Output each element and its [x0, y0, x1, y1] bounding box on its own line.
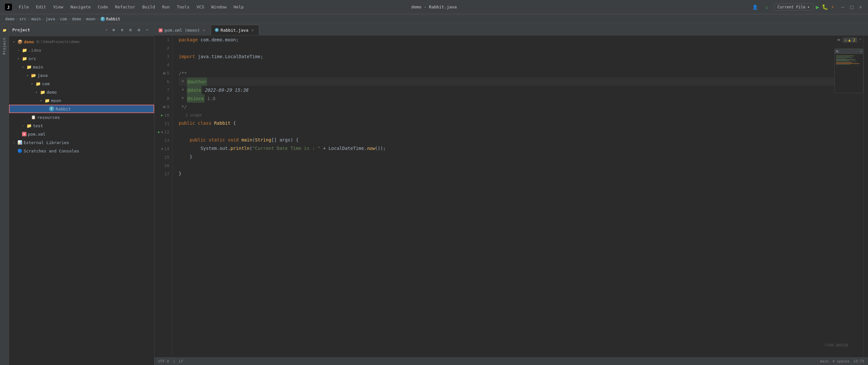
fold-icon-5[interactable]: ⊟: [163, 69, 165, 77]
status-position: 13:73: [854, 359, 864, 363]
println-method: println: [230, 144, 249, 153]
menu-file[interactable]: File: [16, 3, 32, 11]
status-line-ending[interactable]: LF: [179, 359, 183, 363]
menu-view[interactable]: View: [50, 3, 67, 11]
tree-item-test[interactable]: › 📁 test: [9, 122, 154, 130]
tree-item-rabbit[interactable]: R Rabbit: [9, 105, 154, 113]
breadcrumb-sep-2: ›: [28, 17, 30, 21]
profile-button[interactable]: ⚡: [831, 4, 834, 10]
run-indicator-10[interactable]: ▶: [161, 111, 163, 120]
menu-edit[interactable]: Edit: [33, 3, 49, 11]
project-tab-icon[interactable]: 📁: [1, 27, 8, 34]
project-tab-label[interactable]: Project: [2, 37, 6, 55]
watermark-text: CSDN @精伯道: [825, 343, 848, 347]
tree-item-main[interactable]: ▾ 📁 main: [9, 63, 154, 71]
breadcrumb-moon[interactable]: moon: [86, 17, 95, 21]
menu-build[interactable]: Build: [139, 3, 158, 11]
watermark: CSDN @精伯道: [825, 343, 848, 347]
chevron-down-icon-project[interactable]: ▾: [106, 28, 107, 32]
run-button[interactable]: ▶: [816, 4, 819, 10]
editor-scrollbar[interactable]: [864, 36, 868, 357]
menu-bar: File Edit View Navigate Code Refactor Bu…: [16, 3, 751, 11]
account-icon[interactable]: 👤: [751, 3, 760, 12]
breadcrumb-demo2[interactable]: demo: [72, 17, 81, 21]
tree-item-java[interactable]: ▾ 📂 java: [9, 71, 154, 79]
module-icon: 📦: [18, 39, 23, 44]
code-editor[interactable]: package com.demo.moon; import java.time.…: [172, 36, 864, 357]
project-header: Project ▾ ⊕ ⇈ ≡ ⚙ −: [9, 24, 154, 36]
close-button[interactable]: ✕: [857, 3, 864, 11]
breadcrumb-src[interactable]: src: [20, 17, 27, 21]
fold-icon-12[interactable]: ⊟: [161, 128, 163, 136]
warning-badge[interactable]: ⚠ ▲ 2: [843, 37, 857, 43]
status-git[interactable]: main: [820, 359, 829, 363]
menu-vcs[interactable]: VCS: [193, 3, 207, 11]
line-num-16: 16: [157, 162, 169, 170]
tree-item-com[interactable]: ▾ 📁 com: [9, 79, 154, 88]
localdatetime-class: LocalDateTime: [329, 144, 364, 153]
tree-label-idea: .idea: [28, 48, 41, 53]
editor-content: 1 2 3 4 ⊟ 5 6 7 8 ⊟ 9 ▶ 10 11: [154, 36, 868, 357]
tree-item-pom[interactable]: m pom.xml: [9, 130, 154, 138]
minimap-line: [836, 63, 859, 64]
class-name: Rabbit: [214, 119, 233, 127]
menu-tools[interactable]: Tools: [174, 3, 193, 11]
annotation-date: @date: [187, 86, 202, 94]
tree-item-moon[interactable]: ▾ 📁 moon: [9, 96, 154, 105]
tree-label-com: com: [42, 81, 50, 86]
run-config-selector[interactable]: Current File ▾: [774, 4, 813, 11]
breadcrumb-main[interactable]: main: [31, 17, 41, 21]
tree-item-scratches[interactable]: 🔵 Scratches and Consoles: [9, 147, 154, 155]
warning-count: ▲ 2: [848, 38, 856, 42]
debug-button[interactable]: 🐛: [822, 4, 828, 10]
collapse-all-button[interactable]: ⇈: [119, 27, 126, 34]
tree-item-extlib[interactable]: › 📊 External Libraries: [9, 138, 154, 147]
breadcrumb-demo[interactable]: demo: [5, 17, 14, 21]
minimap-close[interactable]: ✕: [860, 49, 862, 53]
sync-files-button[interactable]: ⊕: [110, 27, 117, 34]
tree-item-src[interactable]: ▾ 📁 src: [9, 54, 154, 63]
fold-icon-9[interactable]: ⊟: [163, 103, 165, 111]
annotation-since: @since: [187, 94, 205, 103]
breadcrumb-rabbit[interactable]: Rabbit: [106, 17, 120, 21]
arrow-com: ▾: [30, 82, 34, 86]
expand-icon[interactable]: ⌃: [859, 38, 862, 42]
status-encoding[interactable]: UTF-8: [158, 359, 169, 363]
tab-rabbit-close[interactable]: ✕: [250, 28, 255, 32]
run-indicator-12[interactable]: ▶: [158, 128, 160, 136]
method-name-main: main: [241, 136, 252, 144]
code-line-16: }: [179, 169, 857, 178]
hide-panel-button[interactable]: −: [144, 27, 151, 34]
tree-label-extlib: External Libraries: [24, 140, 69, 145]
chevron-down-icon: ▾: [807, 5, 809, 9]
tree-item-demo2[interactable]: ▾ 📁 demo: [9, 88, 154, 96]
rabbit-tab-icon: R: [215, 28, 219, 32]
vcs-update-icon[interactable]: ↓: [762, 3, 771, 12]
menu-help[interactable]: Help: [230, 3, 247, 11]
line-num-10: ▶ 10: [157, 111, 169, 120]
status-spaces[interactable]: 4 spaces: [833, 359, 849, 363]
hide-icon[interactable]: 👁: [837, 38, 841, 42]
expand-all-button[interactable]: ≡: [127, 27, 134, 34]
menu-refactor[interactable]: Refactor: [112, 3, 138, 11]
import-name: java.time.LocalDateTime: [198, 52, 260, 61]
tab-pom-close[interactable]: ✕: [202, 28, 207, 33]
tree-item-idea[interactable]: › 📁 .idea: [9, 46, 154, 54]
tree-item-resources[interactable]: 📋 resources: [9, 113, 154, 122]
settings-button[interactable]: ⚙: [135, 27, 143, 34]
breadcrumb-java[interactable]: java: [45, 17, 55, 21]
breadcrumb-com[interactable]: com: [60, 17, 67, 21]
menu-run[interactable]: Run: [159, 3, 173, 11]
menu-window[interactable]: Window: [208, 3, 230, 11]
tab-rabbit[interactable]: R Rabbit.java ✕: [211, 25, 259, 35]
resources-icon: 📋: [31, 115, 36, 120]
project-tree: ▾ 📦 demo D:\IdeaProjects\demo › 📁 .idea …: [9, 36, 154, 365]
tree-item-demo-root[interactable]: ▾ 📦 demo D:\IdeaProjects\demo: [9, 37, 154, 46]
code-line-15: [179, 161, 857, 169]
maximize-button[interactable]: □: [848, 3, 856, 11]
menu-code[interactable]: Code: [95, 3, 111, 11]
fold-icon-14[interactable]: ⊟: [161, 145, 163, 153]
menu-navigate[interactable]: Navigate: [67, 3, 94, 11]
tab-pom[interactable]: m pom.xml (moon) ✕: [154, 25, 211, 35]
minimize-button[interactable]: —: [839, 3, 846, 11]
